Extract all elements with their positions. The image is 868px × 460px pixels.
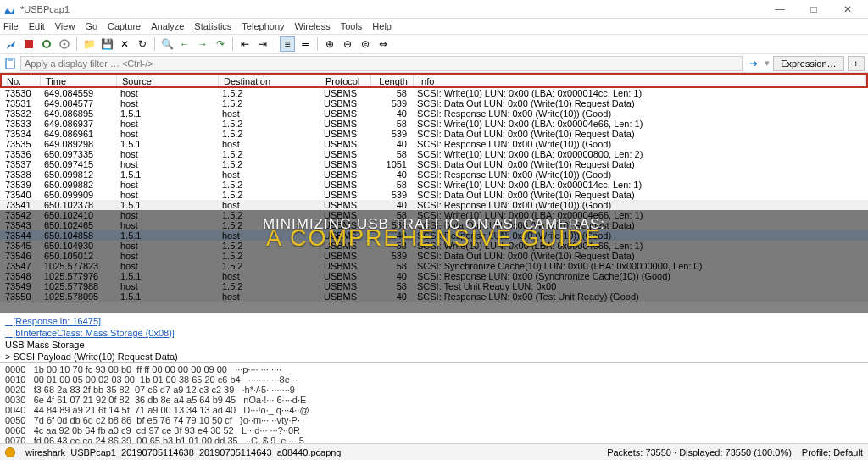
packet-row[interactable]: 73534649.086961host1.5.2USBMS539SCSI: Da… <box>0 129 868 139</box>
window-close[interactable]: ✕ <box>831 0 865 19</box>
toolbar-restart-capture[interactable] <box>39 36 54 52</box>
svg-point-3 <box>64 43 66 46</box>
menu-file[interactable]: File <box>3 21 19 31</box>
toolbar-zoom-out[interactable]: ⊖ <box>340 36 355 52</box>
col-time[interactable]: Time <box>41 75 117 86</box>
packet-row[interactable]: 73533649.086937host1.5.2USBMS58SCSI: Wri… <box>0 119 868 129</box>
col-info[interactable]: Info <box>414 75 866 86</box>
status-packets: Packets: 73550 · Displayed: 73550 (100.0… <box>607 447 792 457</box>
hex-row[interactable]: 0030 6e 4f 61 07 21 92 0f 82 36 db 8e a4… <box>5 395 863 405</box>
toolbar-go-forward[interactable]: → <box>195 36 210 52</box>
menu-go[interactable]: Go <box>85 21 97 31</box>
toolbar-colorize[interactable]: ≣ <box>298 36 313 52</box>
menu-help[interactable]: Help <box>372 21 392 31</box>
col-source[interactable]: Source <box>117 75 219 86</box>
menu-tools[interactable]: Tools <box>341 21 363 31</box>
hex-row[interactable]: 0010 00 01 00 05 00 02 03 00 1b 01 00 38… <box>5 374 863 385</box>
toolbar-find[interactable]: 🔍 <box>159 36 175 52</box>
packet-row[interactable]: 73536650.097335host1.5.2USBMS58SCSI: Wri… <box>0 149 868 159</box>
filter-add-button[interactable]: + <box>848 56 865 71</box>
menu-wireless[interactable]: Wireless <box>295 21 331 31</box>
hex-row[interactable]: 0060 4c aa 92 0b 64 fb a0 c9 cd 97 ce 3f… <box>5 425 863 435</box>
menu-edit[interactable]: Edit <box>29 21 45 31</box>
packet-row[interactable]: 73542650.102410host1.5.2USBMS58SCSI: Wri… <box>0 210 868 220</box>
hex-row[interactable]: 0050 7d 6f 0d db 6d c2 b8 86 bf e5 76 74… <box>5 415 863 425</box>
packet-row[interactable]: 73539650.099882host1.5.2USBMS58SCSI: Wri… <box>0 180 868 190</box>
toolbar-auto-scroll[interactable]: ≡ <box>280 36 295 52</box>
display-filter-input[interactable] <box>20 56 743 71</box>
packet-row[interactable]: 73541650.1023781.5.1hostUSBMS40SCSI: Res… <box>0 200 868 210</box>
menu-analyze[interactable]: Analyze <box>151 21 184 31</box>
packet-row[interactable]: 735491025.577988host1.5.2USBMS58SCSI: Te… <box>0 281 868 291</box>
packet-list[interactable]: 73530649.084559host1.5.2USBMS58SCSI: Wri… <box>0 88 868 313</box>
packet-details-pane[interactable]: [Response in: 16475] [bInterfaceClass: M… <box>0 313 868 362</box>
hex-row[interactable]: 0000 1b 00 10 70 fc 93 08 b0 ff ff 00 00… <box>5 364 863 374</box>
packet-row[interactable]: 735471025.577823host1.5.2USBMS58SCSI: Sy… <box>0 261 868 271</box>
filter-apply-icon[interactable]: ➔ <box>746 56 761 71</box>
packet-row[interactable]: 73537650.097415host1.5.2USBMS1051SCSI: D… <box>0 159 868 169</box>
menu-view[interactable]: View <box>55 21 75 31</box>
window-titlebar: *USBPcap1 — □ ✕ <box>0 0 868 19</box>
menu-capture[interactable]: Capture <box>108 21 141 31</box>
packet-row[interactable]: 735501025.5780951.5.1hostUSBMS40SCSI: Re… <box>0 291 868 302</box>
toolbar-stop-capture[interactable] <box>21 36 36 52</box>
toolbar-go-first[interactable]: ⇤ <box>237 36 253 52</box>
detail-usb-mass-storage[interactable]: USB Mass Storage <box>5 339 863 351</box>
status-profile[interactable]: Profile: Default <box>802 447 863 457</box>
toolbar-go-to-packet[interactable]: ↷ <box>213 36 228 52</box>
hex-row[interactable]: 0040 44 84 89 a9 21 6f 14 5f 71 a9 00 13… <box>5 405 863 415</box>
bookmark-filter-icon[interactable] <box>3 57 17 70</box>
col-protocol[interactable]: Protocol <box>320 75 371 86</box>
detail-scsi-payload[interactable]: > SCSI Payload (Write(10) Request Data) <box>5 351 863 362</box>
packet-row[interactable]: 73532649.0868951.5.1hostUSBMS40SCSI: Res… <box>0 108 868 119</box>
packet-row[interactable]: 73544650.1048581.5.1hostUSBMS40SCSI: Res… <box>0 230 868 241</box>
toolbar-save[interactable]: 💾 <box>99 36 114 52</box>
toolbar-start-capture[interactable] <box>3 36 19 52</box>
expert-info-icon[interactable] <box>5 447 15 457</box>
wireshark-icon <box>3 3 15 15</box>
packet-row[interactable]: 735481025.5779761.5.1hostUSBMS40SCSI: Re… <box>0 271 868 281</box>
toolbar-close-file[interactable]: ✕ <box>117 36 132 52</box>
toolbar-resize-columns[interactable]: ⇔ <box>376 36 391 52</box>
toolbar-open[interactable]: 📁 <box>81 36 97 52</box>
packet-row[interactable]: 73546650.105012host1.5.2USBMS539SCSI: Da… <box>0 251 868 261</box>
packet-row[interactable]: 73543650.102465host1.5.2USBMS539SCSI: Da… <box>0 220 868 230</box>
svg-point-1 <box>43 41 50 47</box>
packet-row[interactable]: 73535649.0892981.5.1hostUSBMS40SCSI: Res… <box>0 139 868 149</box>
window-maximize[interactable]: □ <box>797 0 831 19</box>
statusbar: wireshark_USBPcap1_20190705114638_201907… <box>0 443 868 460</box>
packet-row[interactable]: 73531649.084577host1.5.2USBMS539SCSI: Da… <box>0 98 868 108</box>
toolbar-reload[interactable]: ↻ <box>135 36 150 52</box>
filter-expression-button[interactable]: Expression… <box>773 56 843 71</box>
menubar: FileEditViewGoCaptureAnalyzeStatisticsTe… <box>0 19 868 34</box>
toolbar-zoom-reset[interactable]: ⊜ <box>358 36 373 52</box>
toolbar-capture-options[interactable] <box>57 36 72 52</box>
menu-statistics[interactable]: Statistics <box>194 21 231 31</box>
status-file: wireshark_USBPcap1_20190705114638_201907… <box>25 447 342 457</box>
toolbar-zoom-in[interactable]: ⊕ <box>322 36 337 52</box>
hex-row[interactable]: 0020 f3 68 2a 83 2f bb 35 82 07 c6 d7 a9… <box>5 385 863 395</box>
packet-row[interactable]: 73545650.104930host1.5.2USBMS58SCSI: Wri… <box>0 241 868 251</box>
display-filter-bar: ➔ ▾ Expression… + <box>0 54 868 73</box>
window-minimize[interactable]: — <box>763 0 797 19</box>
detail-response-link[interactable]: [Response in: 16475] <box>5 315 863 327</box>
packet-row[interactable]: 73540650.099909host1.5.2USBMS539SCSI: Da… <box>0 190 868 200</box>
packet-list-header: No. Time Source Destination Protocol Len… <box>0 73 868 88</box>
packet-row[interactable]: 73538650.0998121.5.1hostUSBMS40SCSI: Res… <box>0 169 868 180</box>
toolbar-go-last[interactable]: ⇥ <box>255 36 270 52</box>
svg-rect-0 <box>25 40 33 48</box>
packet-row[interactable]: 73530649.084559host1.5.2USBMS58SCSI: Wri… <box>0 88 868 98</box>
col-no[interactable]: No. <box>2 75 41 86</box>
window-title: *USBPcap1 <box>20 4 70 14</box>
col-destination[interactable]: Destination <box>219 75 320 86</box>
detail-interface-class[interactable]: [bInterfaceClass: Mass Storage (0x08)] <box>5 327 863 339</box>
toolbar: 📁 💾 ✕ ↻ 🔍 ← → ↷ ⇤ ⇥ ≡ ≣ ⊕ ⊖ ⊜ ⇔ <box>0 34 868 54</box>
toolbar-go-back[interactable]: ← <box>177 36 192 52</box>
menu-telephony[interactable]: Telephony <box>242 21 284 31</box>
packet-bytes-pane[interactable]: 0000 1b 00 10 70 fc 93 08 b0 ff ff 00 00… <box>0 362 868 446</box>
col-length[interactable]: Length <box>371 75 414 86</box>
